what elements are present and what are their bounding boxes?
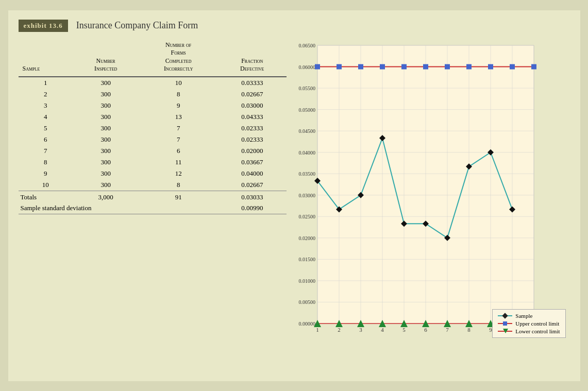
- data-table: Sample NumberInspected Number ofFormsCom…: [19, 40, 287, 214]
- cell-fraction: 0.02000: [218, 145, 286, 157]
- exhibit-title: Insurance Company Claim Form: [76, 20, 198, 31]
- svg-text:7: 7: [446, 327, 449, 333]
- table-row: 10 300 8 0.02667: [19, 179, 287, 191]
- svg-text:0.03500: 0.03500: [298, 171, 315, 177]
- legend-lower: Lower control limit: [498, 328, 560, 334]
- cell-number: 300: [73, 145, 139, 157]
- cell-fraction: 0.03667: [218, 157, 286, 168]
- cell-sample: 5: [19, 123, 73, 134]
- cell-number: 300: [73, 77, 139, 89]
- svg-rect-62: [531, 64, 536, 69]
- totals-label: Totals: [19, 191, 73, 203]
- legend-upper: Upper control limit: [498, 320, 560, 327]
- cell-number: 300: [73, 168, 139, 179]
- cell-forms: 10: [139, 77, 218, 89]
- svg-text:0.00500: 0.00500: [298, 299, 315, 305]
- totals-fraction: 0.03033: [218, 191, 286, 203]
- svg-text:0.05500: 0.05500: [298, 86, 315, 91]
- cell-number: 300: [73, 123, 139, 134]
- table-row: 4 300 13 0.04333: [19, 111, 287, 123]
- cell-sample: 10: [19, 179, 73, 191]
- cell-number: 300: [73, 100, 139, 111]
- exhibit-badge: exhibit 13.6: [19, 20, 68, 32]
- svg-text:4: 4: [381, 327, 384, 333]
- cell-number: 300: [73, 111, 139, 123]
- cell-forms: 7: [139, 123, 218, 134]
- svg-text:0.01000: 0.01000: [298, 278, 315, 283]
- col-header-number: NumberInspected: [73, 40, 139, 77]
- svg-rect-57: [423, 64, 428, 69]
- cell-forms: 6: [139, 145, 218, 157]
- legend-sample-label: Sample: [515, 313, 532, 319]
- svg-rect-58: [445, 64, 450, 69]
- svg-text:0.06000: 0.06000: [298, 64, 315, 70]
- legend-upper-label: Upper control limit: [515, 320, 559, 327]
- svg-rect-59: [466, 64, 472, 69]
- legend-sample: Sample: [498, 313, 560, 319]
- cell-sample: 1: [19, 77, 73, 89]
- col-header-forms: Number ofFormsCompletedIncorrectly: [139, 40, 218, 77]
- svg-rect-55: [380, 64, 385, 69]
- cell-forms: 8: [139, 179, 218, 191]
- table-row: 9 300 12 0.04000: [19, 168, 287, 179]
- cell-sample: 6: [19, 134, 73, 145]
- totals-number: 3,000: [73, 191, 139, 203]
- chart-section: // will be drawn via JS below 0.065000.0…: [292, 40, 570, 360]
- cell-forms: 8: [139, 89, 218, 100]
- cell-fraction: 0.02667: [218, 89, 286, 100]
- table-row: 8 300 11 0.03667: [19, 157, 287, 168]
- svg-rect-60: [488, 64, 493, 69]
- svg-text:0.02000: 0.02000: [298, 235, 315, 241]
- cell-forms: 9: [139, 100, 218, 111]
- table-row: 7 300 6 0.02000: [19, 145, 287, 157]
- table-row: 5 300 7 0.02333: [19, 123, 287, 134]
- page-container: exhibit 13.6 Insurance Company Claim For…: [8, 10, 580, 381]
- svg-rect-54: [358, 64, 363, 69]
- svg-text:0.00000: 0.00000: [298, 321, 315, 327]
- cell-number: 300: [73, 179, 139, 191]
- table-row: 2 300 8 0.02667: [19, 89, 287, 100]
- col-header-fraction: FractionDefective: [218, 40, 286, 77]
- svg-text:0.03000: 0.03000: [298, 192, 315, 198]
- table-row: 3 300 9 0.03000: [19, 100, 287, 111]
- cell-fraction: 0.03333: [218, 77, 286, 89]
- cell-sample: 7: [19, 145, 73, 157]
- cell-number: 300: [73, 89, 139, 100]
- svg-text:8: 8: [467, 327, 471, 333]
- legend-lower-label: Lower control limit: [515, 328, 560, 334]
- svg-text:1: 1: [316, 327, 319, 333]
- header-row: exhibit 13.6 Insurance Company Claim For…: [19, 20, 570, 32]
- cell-sample: 4: [19, 111, 73, 123]
- cell-number: 300: [73, 134, 139, 145]
- cell-sample: 9: [19, 168, 73, 179]
- svg-text:0.02500: 0.02500: [298, 214, 315, 219]
- totals-forms: 91: [139, 191, 218, 203]
- cell-sample: 3: [19, 100, 73, 111]
- cell-forms: 12: [139, 168, 218, 179]
- cell-sample: 8: [19, 157, 73, 168]
- cell-number: 300: [73, 157, 139, 168]
- cell-fraction: 0.02333: [218, 134, 286, 145]
- svg-text:2: 2: [338, 327, 341, 333]
- table-row: 1 300 10 0.03333: [19, 77, 287, 89]
- cell-forms: 11: [139, 157, 218, 168]
- chart-legend: Sample Upper control limit Lower control…: [492, 309, 565, 338]
- svg-text:9: 9: [489, 327, 492, 333]
- svg-text:0.06500: 0.06500: [298, 43, 315, 48]
- svg-text:5: 5: [402, 327, 406, 333]
- svg-rect-52: [315, 64, 320, 69]
- cell-fraction: 0.02667: [218, 179, 286, 191]
- table-section: Sample NumberInspected Number ofFormsCom…: [19, 40, 287, 360]
- cell-fraction: 0.04333: [218, 111, 286, 123]
- cell-fraction: 0.04000: [218, 168, 286, 179]
- cell-forms: 7: [139, 134, 218, 145]
- totals-row: Totals 3,000 91 0.03033: [19, 191, 287, 203]
- svg-text:0.04500: 0.04500: [298, 128, 315, 134]
- table-row: 6 300 7 0.02333: [19, 134, 287, 145]
- svg-rect-53: [337, 64, 342, 69]
- cell-forms: 13: [139, 111, 218, 123]
- cell-fraction: 0.03000: [218, 100, 286, 111]
- svg-text:0.01500: 0.01500: [298, 257, 315, 262]
- svg-text:3: 3: [359, 327, 362, 333]
- std-dev-value: 0.00990: [218, 203, 286, 214]
